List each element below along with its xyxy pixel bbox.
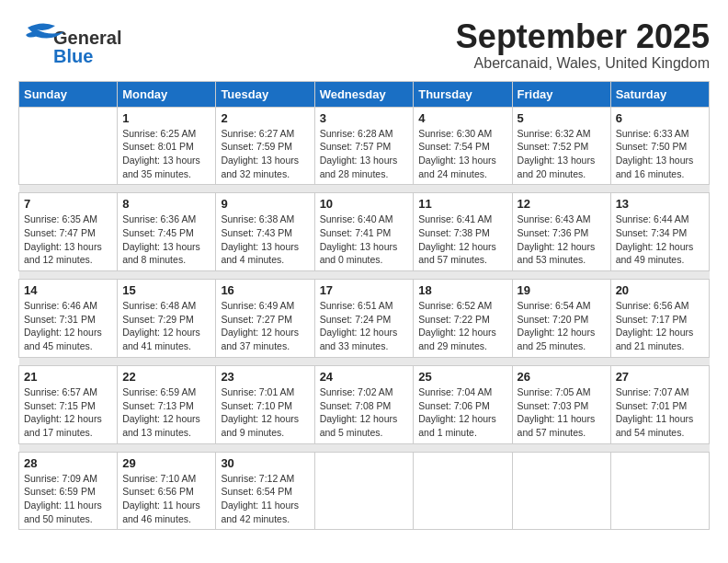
calendar-cell: 20Sunrise: 6:56 AMSunset: 7:17 PMDayligh…	[610, 280, 709, 358]
calendar-cell: 23Sunrise: 7:01 AMSunset: 7:10 PMDayligh…	[216, 365, 314, 443]
day-number: 29	[122, 456, 210, 470]
day-number: 15	[122, 283, 210, 297]
calendar-week-row: 21Sunrise: 6:57 AMSunset: 7:15 PMDayligh…	[19, 365, 710, 443]
calendar-cell: 3Sunrise: 6:28 AMSunset: 7:57 PMDaylight…	[314, 107, 414, 185]
day-info: Sunrise: 6:40 AMSunset: 7:41 PMDaylight:…	[320, 213, 409, 267]
divider-cell	[19, 271, 710, 280]
calendar-cell: 26Sunrise: 7:05 AMSunset: 7:03 PMDayligh…	[512, 365, 610, 443]
generalblue-logo: General Blue	[18, 18, 138, 69]
day-number: 5	[518, 111, 606, 125]
week-divider	[19, 357, 710, 365]
day-number: 7	[24, 197, 112, 211]
day-info: Sunrise: 6:56 AMSunset: 7:17 PMDaylight:…	[616, 299, 704, 353]
day-number: 10	[320, 197, 409, 211]
day-number: 18	[418, 283, 506, 297]
day-number: 13	[616, 197, 704, 211]
day-number: 16	[221, 283, 309, 297]
day-number: 17	[320, 283, 409, 297]
day-info: Sunrise: 6:52 AMSunset: 7:22 PMDaylight:…	[418, 299, 506, 353]
day-info: Sunrise: 7:12 AMSunset: 6:54 PMDaylight:…	[221, 472, 309, 526]
day-info: Sunrise: 6:54 AMSunset: 7:20 PMDaylight:…	[518, 299, 606, 353]
calendar-cell: 16Sunrise: 6:49 AMSunset: 7:27 PMDayligh…	[216, 280, 314, 358]
day-info: Sunrise: 6:28 AMSunset: 7:57 PMDaylight:…	[320, 127, 409, 181]
day-info: Sunrise: 7:09 AMSunset: 6:59 PMDaylight:…	[24, 472, 112, 526]
month-title: September 2025	[456, 18, 710, 55]
day-info: Sunrise: 6:48 AMSunset: 7:29 PMDaylight:…	[122, 299, 210, 353]
calendar-cell: 8Sunrise: 6:36 AMSunset: 7:45 PMDaylight…	[118, 193, 216, 271]
calendar-cell: 29Sunrise: 7:10 AMSunset: 6:56 PMDayligh…	[118, 452, 216, 530]
weekday-header: Tuesday	[216, 81, 314, 107]
calendar-cell: 5Sunrise: 6:32 AMSunset: 7:52 PMDaylight…	[512, 107, 610, 185]
divider-cell	[19, 185, 710, 193]
day-info: Sunrise: 7:04 AMSunset: 7:06 PMDaylight:…	[418, 385, 506, 440]
weekday-header: Friday	[512, 81, 610, 107]
calendar-cell: 14Sunrise: 6:46 AMSunset: 7:31 PMDayligh…	[19, 280, 118, 358]
calendar-week-row: 14Sunrise: 6:46 AMSunset: 7:31 PMDayligh…	[19, 280, 710, 358]
day-number: 14	[24, 283, 112, 297]
location: Abercanaid, Wales, United Kingdom	[456, 55, 710, 72]
calendar-cell: 28Sunrise: 7:09 AMSunset: 6:59 PMDayligh…	[19, 452, 118, 530]
day-number: 6	[616, 111, 704, 125]
calendar-cell: 7Sunrise: 6:35 AMSunset: 7:47 PMDaylight…	[19, 193, 118, 271]
logo-image: General Blue	[18, 18, 138, 69]
day-info: Sunrise: 7:10 AMSunset: 6:56 PMDaylight:…	[122, 472, 210, 526]
calendar-cell: 27Sunrise: 7:07 AMSunset: 7:01 PMDayligh…	[610, 365, 709, 443]
calendar-week-row: 1Sunrise: 6:25 AMSunset: 8:01 PMDaylight…	[19, 107, 710, 185]
day-info: Sunrise: 6:46 AMSunset: 7:31 PMDaylight:…	[24, 299, 112, 353]
day-info: Sunrise: 7:01 AMSunset: 7:10 PMDaylight:…	[221, 385, 309, 440]
weekday-header-row: SundayMondayTuesdayWednesdayThursdayFrid…	[19, 81, 710, 107]
day-number: 3	[320, 111, 409, 125]
svg-text:General: General	[53, 28, 121, 48]
calendar-cell: 13Sunrise: 6:44 AMSunset: 7:34 PMDayligh…	[610, 193, 709, 271]
day-number: 1	[122, 111, 210, 125]
week-divider	[19, 443, 710, 452]
calendar-cell: 6Sunrise: 6:33 AMSunset: 7:50 PMDaylight…	[610, 107, 709, 185]
calendar-cell: 17Sunrise: 6:51 AMSunset: 7:24 PMDayligh…	[314, 280, 414, 358]
calendar-cell: 2Sunrise: 6:27 AMSunset: 7:59 PMDaylight…	[216, 107, 314, 185]
calendar-cell: 18Sunrise: 6:52 AMSunset: 7:22 PMDayligh…	[414, 280, 512, 358]
calendar-cell	[314, 452, 414, 530]
calendar-cell: 1Sunrise: 6:25 AMSunset: 8:01 PMDaylight…	[118, 107, 216, 185]
page-header: General Blue September 2025 Abercanaid, …	[18, 18, 710, 72]
svg-text:Blue: Blue	[53, 46, 93, 66]
day-number: 22	[122, 370, 210, 384]
calendar-cell: 15Sunrise: 6:48 AMSunset: 7:29 PMDayligh…	[118, 280, 216, 358]
day-number: 27	[616, 370, 704, 384]
title-block: September 2025 Abercanaid, Wales, United…	[456, 18, 710, 72]
calendar-cell: 12Sunrise: 6:43 AMSunset: 7:36 PMDayligh…	[512, 193, 610, 271]
day-info: Sunrise: 7:02 AMSunset: 7:08 PMDaylight:…	[320, 385, 409, 440]
day-info: Sunrise: 6:32 AMSunset: 7:52 PMDaylight:…	[518, 127, 606, 181]
calendar-cell	[512, 452, 610, 530]
calendar-cell: 11Sunrise: 6:41 AMSunset: 7:38 PMDayligh…	[414, 193, 512, 271]
day-info: Sunrise: 6:59 AMSunset: 7:13 PMDaylight:…	[122, 385, 210, 440]
day-info: Sunrise: 7:05 AMSunset: 7:03 PMDaylight:…	[518, 385, 606, 440]
calendar-cell: 10Sunrise: 6:40 AMSunset: 7:41 PMDayligh…	[314, 193, 414, 271]
day-number: 11	[418, 197, 506, 211]
day-info: Sunrise: 6:27 AMSunset: 7:59 PMDaylight:…	[221, 127, 309, 181]
day-number: 19	[518, 283, 606, 297]
day-number: 9	[221, 197, 309, 211]
day-info: Sunrise: 6:35 AMSunset: 7:47 PMDaylight:…	[24, 213, 112, 267]
day-info: Sunrise: 6:36 AMSunset: 7:45 PMDaylight:…	[122, 213, 210, 267]
day-number: 8	[122, 197, 210, 211]
weekday-header: Wednesday	[314, 81, 414, 107]
calendar-week-row: 7Sunrise: 6:35 AMSunset: 7:47 PMDaylight…	[19, 193, 710, 271]
day-number: 28	[24, 456, 112, 470]
calendar-cell: 9Sunrise: 6:38 AMSunset: 7:43 PMDaylight…	[216, 193, 314, 271]
week-divider	[19, 271, 710, 280]
weekday-header: Saturday	[610, 81, 709, 107]
week-divider	[19, 185, 710, 193]
calendar-cell: 4Sunrise: 6:30 AMSunset: 7:54 PMDaylight…	[414, 107, 512, 185]
calendar-cell	[19, 107, 118, 185]
calendar-cell: 25Sunrise: 7:04 AMSunset: 7:06 PMDayligh…	[414, 365, 512, 443]
day-info: Sunrise: 6:33 AMSunset: 7:50 PMDaylight:…	[616, 127, 704, 181]
calendar-table: SundayMondayTuesdayWednesdayThursdayFrid…	[18, 81, 710, 531]
day-number: 12	[518, 197, 606, 211]
calendar-cell	[610, 452, 709, 530]
day-number: 21	[24, 370, 112, 384]
day-number: 30	[221, 456, 309, 470]
calendar-week-row: 28Sunrise: 7:09 AMSunset: 6:59 PMDayligh…	[19, 452, 710, 530]
day-info: Sunrise: 6:51 AMSunset: 7:24 PMDaylight:…	[320, 299, 409, 353]
day-number: 2	[221, 111, 309, 125]
day-number: 24	[320, 370, 409, 384]
